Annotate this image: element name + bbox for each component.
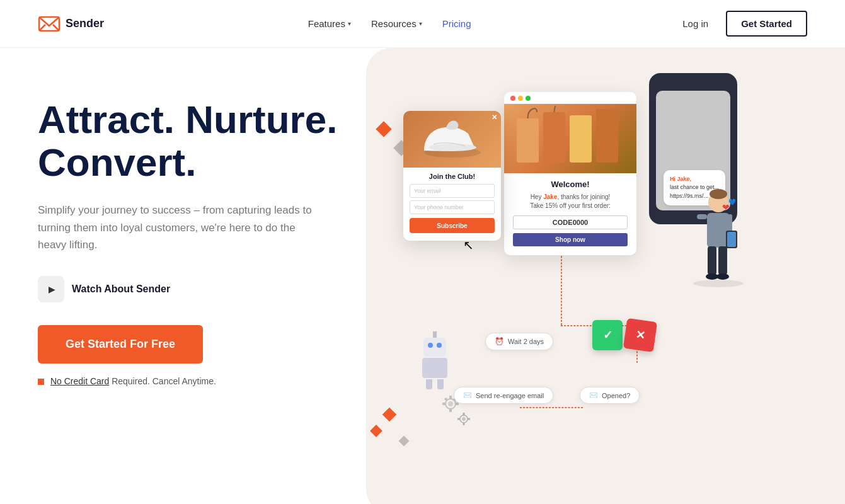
dashed-line-1 bbox=[561, 243, 562, 325]
nav-links: Features ▾ Resources ▾ Pricing bbox=[308, 18, 471, 29]
wait-badge: ⏰ Wait 2 days bbox=[485, 333, 553, 350]
svg-point-10 bbox=[448, 401, 453, 406]
svg-rect-30 bbox=[708, 246, 716, 275]
email-opened-icon: ✉️ bbox=[589, 391, 598, 399]
hero-left: Attract. Nurture. Convert. Simplify your… bbox=[38, 86, 365, 386]
svg-line-1 bbox=[39, 25, 45, 31]
svg-point-24 bbox=[710, 189, 727, 199]
hero-subtitle: Simplify your journey to success – from … bbox=[38, 202, 315, 253]
discount-code: CODE0000 bbox=[513, 215, 628, 229]
hero-section: Attract. Nurture. Convert. Simplify your… bbox=[0, 48, 845, 504]
watch-label: Watch About Sender bbox=[72, 284, 170, 295]
svg-rect-22 bbox=[468, 418, 470, 420]
check-action-button[interactable]: ✓ bbox=[592, 320, 623, 350]
person-illustration: ❤ 💙 bbox=[687, 186, 737, 290]
no-credit-card-text: No Credit Card Required. Cancel Anytime. bbox=[38, 376, 365, 386]
popup-body: Join the Club! Your email Your phone num… bbox=[403, 168, 501, 241]
window-dot-green bbox=[526, 96, 531, 101]
nav-features[interactable]: Features ▾ bbox=[308, 18, 351, 29]
robot-body bbox=[422, 358, 447, 378]
svg-point-4 bbox=[428, 144, 476, 151]
login-button[interactable]: Log in bbox=[675, 13, 716, 34]
robot-eye-left bbox=[428, 343, 433, 348]
svg-rect-7 bbox=[570, 115, 592, 163]
navbar: Sender Features ▾ Resources ▾ Pricing Lo… bbox=[0, 0, 845, 48]
features-chevron-icon: ▾ bbox=[348, 20, 351, 27]
svg-rect-26 bbox=[697, 214, 707, 219]
dashed-line-4 bbox=[520, 407, 583, 408]
email-card: Welcome! Hey Jake, thanks for joining! T… bbox=[504, 92, 636, 255]
robot-eye-right bbox=[437, 343, 442, 348]
gear-icon-2 bbox=[457, 412, 471, 426]
robot-leg-left bbox=[426, 379, 432, 389]
hero-title: Attract. Nurture. Convert. bbox=[38, 98, 365, 184]
cta-button[interactable]: Get Started For Free bbox=[38, 325, 203, 364]
svg-rect-8 bbox=[596, 109, 618, 163]
resources-chevron-icon: ▾ bbox=[419, 20, 422, 27]
robot-head bbox=[423, 338, 446, 357]
svg-rect-21 bbox=[457, 418, 460, 420]
svg-rect-29 bbox=[727, 232, 736, 247]
email-card-header bbox=[504, 92, 636, 104]
popup-card-image: ✕ bbox=[403, 111, 501, 168]
svg-rect-31 bbox=[718, 246, 727, 275]
accent-square bbox=[38, 379, 44, 385]
shop-now-button[interactable]: Shop now bbox=[513, 233, 628, 246]
cursor-icon: ↖ bbox=[463, 238, 474, 253]
svg-rect-12 bbox=[449, 409, 452, 412]
nav-resources[interactable]: Resources ▾ bbox=[371, 18, 422, 29]
play-icon bbox=[38, 276, 64, 302]
brand-name: Sender bbox=[66, 17, 104, 30]
robot-leg-right bbox=[437, 379, 444, 389]
svg-line-2 bbox=[53, 25, 59, 31]
nav-pricing[interactable]: Pricing bbox=[442, 18, 471, 29]
hero-illustration: ↖ ✕ Join the Club! Your email bbox=[365, 86, 807, 495]
svg-rect-20 bbox=[463, 423, 465, 425]
popup-subscribe-button[interactable]: Subscribe bbox=[410, 218, 495, 233]
svg-text:💙: 💙 bbox=[728, 198, 737, 206]
email-card-image bbox=[504, 104, 636, 173]
popup-title: Join the Club! bbox=[410, 173, 495, 180]
svg-rect-5 bbox=[517, 118, 539, 163]
window-dot-red bbox=[510, 96, 515, 101]
clock-icon: ⏰ bbox=[495, 337, 504, 346]
opened-badge: ✉️ Opened? bbox=[580, 387, 640, 404]
email-body-text: Hey Jake, thanks for joining! Take 15% o… bbox=[513, 193, 628, 210]
email-welcome-text: Welcome! bbox=[513, 180, 628, 189]
svg-point-18 bbox=[462, 417, 466, 421]
get-started-nav-button[interactable]: Get Started bbox=[726, 11, 807, 37]
popup-close-icon[interactable]: ✕ bbox=[491, 113, 497, 122]
svg-point-33 bbox=[716, 273, 729, 280]
logo[interactable]: Sender bbox=[38, 14, 104, 33]
logo-icon bbox=[38, 14, 60, 33]
nav-actions: Log in Get Started bbox=[675, 11, 807, 37]
svg-rect-6 bbox=[543, 112, 565, 163]
window-dot-yellow bbox=[518, 96, 523, 101]
action-buttons: ✓ ✕ bbox=[592, 320, 655, 350]
popup-email-input[interactable]: Your email bbox=[410, 184, 495, 198]
svg-rect-11 bbox=[449, 396, 452, 399]
robot-illustration bbox=[416, 338, 454, 388]
popup-phone-input[interactable]: Your phone number bbox=[410, 200, 495, 214]
send-reengage-badge: ✉️ Send re-engage email bbox=[454, 387, 553, 404]
watch-button[interactable]: Watch About Sender bbox=[38, 276, 365, 302]
svg-rect-13 bbox=[442, 403, 445, 405]
popup-card: ✕ Join the Club! Your email Your phone n… bbox=[403, 111, 501, 241]
email-card-body: Welcome! Hey Jake, thanks for joining! T… bbox=[504, 173, 636, 255]
cross-action-button[interactable]: ✕ bbox=[623, 318, 657, 352]
svg-rect-19 bbox=[463, 413, 465, 415]
email-send-icon: ✉️ bbox=[463, 391, 472, 399]
